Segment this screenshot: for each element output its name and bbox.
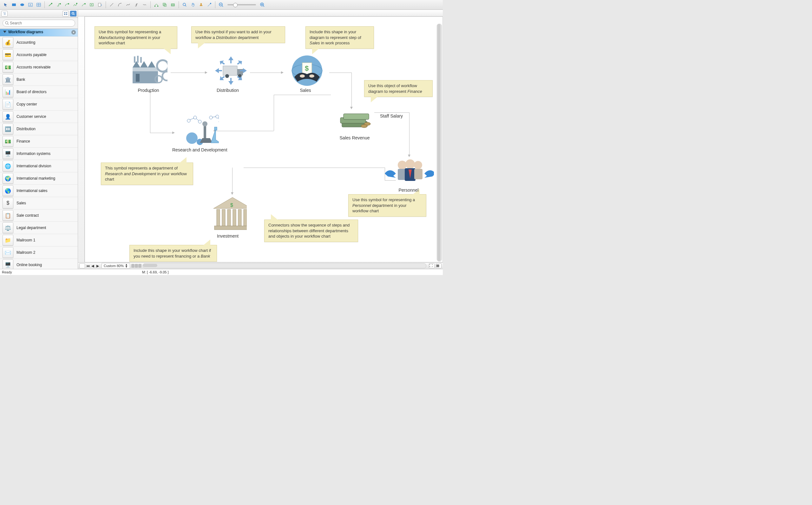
tool-rect[interactable] xyxy=(10,1,18,9)
node-sales[interactable]: $ Sales xyxy=(286,55,325,93)
category-label: Workflow diagrams xyxy=(8,30,43,34)
svg-rect-101 xyxy=(227,209,231,226)
zoom-in-button[interactable] xyxy=(258,1,266,9)
shape-item[interactable]: 🖥️Online booking xyxy=(0,259,78,269)
shape-item[interactable]: 👤Customer service xyxy=(0,111,78,123)
shape-list[interactable]: 💰Accounting💳Accounts payable💵Accounts re… xyxy=(0,36,78,269)
tool-arc[interactable] xyxy=(116,1,124,9)
zoom-slider[interactable] xyxy=(227,4,256,5)
sidebar-view-grid[interactable] xyxy=(63,11,69,16)
shape-item[interactable]: 📄Copy center xyxy=(0,98,78,111)
node-rnd[interactable]: Research and Development xyxy=(172,114,227,152)
shape-item[interactable]: ↔️Distribution xyxy=(0,123,78,135)
node-production[interactable]: Production xyxy=(129,55,167,93)
shape-label: Accounts payable xyxy=(16,52,46,57)
tool-edit-nodes-1[interactable] xyxy=(152,1,160,9)
shape-label: Sale contract xyxy=(16,213,39,218)
shape-item[interactable]: 📁Mailroom 1 xyxy=(0,234,78,246)
category-close-button[interactable]: × xyxy=(71,30,76,34)
tool-connector-2[interactable] xyxy=(55,1,63,9)
tool-pointer[interactable] xyxy=(2,1,9,9)
scrollbar-horizontal[interactable] xyxy=(143,263,426,268)
status-ready: Ready xyxy=(2,270,12,274)
node-investment[interactable]: $ Investment xyxy=(209,194,247,238)
shape-item[interactable]: 🏛️Bank xyxy=(0,73,78,86)
zoom-level-picker[interactable]: Custom 80%▲▼ xyxy=(102,263,130,269)
tool-connector-6[interactable] xyxy=(88,1,96,9)
connector xyxy=(385,168,385,180)
svg-line-15 xyxy=(110,3,113,6)
zoom-out-button[interactable] xyxy=(217,1,225,9)
tool-curve[interactable] xyxy=(124,1,132,9)
svg-rect-39 xyxy=(64,12,65,13)
tool-text[interactable]: A xyxy=(27,1,34,9)
svg-marker-93 xyxy=(409,169,412,178)
toolbar-separator xyxy=(106,1,106,8)
shape-label: Bank xyxy=(16,77,25,82)
tool-table[interactable] xyxy=(35,1,42,9)
nav-first-page[interactable]: ⏮ xyxy=(86,264,90,268)
connector xyxy=(374,113,409,113)
fit-page-button[interactable]: ⛶ xyxy=(429,263,435,268)
tool-stamp[interactable] xyxy=(197,1,205,9)
shape-item[interactable]: ⚖️Legal department xyxy=(0,222,78,234)
svg-point-61 xyxy=(225,74,229,78)
status-bar: Ready M: [ -6.69, -9.05 ] xyxy=(0,269,443,275)
tool-page-setup[interactable] xyxy=(96,1,104,9)
ruler-vertical xyxy=(78,16,85,262)
view-mode-toggle[interactable] xyxy=(131,264,141,268)
tool-connector-4[interactable] xyxy=(71,1,79,9)
shape-item[interactable]: ✉️Mailroom 2 xyxy=(0,246,78,259)
svg-point-79 xyxy=(187,119,190,122)
tool-ellipse[interactable] xyxy=(18,1,26,9)
shape-item[interactable]: 🌎International sales xyxy=(0,185,78,197)
svg-line-44 xyxy=(74,14,75,15)
svg-rect-76 xyxy=(204,126,206,138)
nav-next-page[interactable]: ▶ xyxy=(96,264,100,268)
tool-line[interactable] xyxy=(108,1,115,9)
node-distribution[interactable]: Distribution xyxy=(209,55,247,93)
tool-zoom[interactable] xyxy=(181,1,189,9)
arrow-icon xyxy=(149,90,151,93)
connector xyxy=(170,72,206,73)
shape-item[interactable]: 💰Accounting xyxy=(0,36,78,49)
shape-item[interactable]: 🖥️Information systems xyxy=(0,148,78,160)
scrollbar-vertical[interactable] xyxy=(437,24,442,262)
shape-label: Online booking xyxy=(16,263,42,267)
node-sales-revenue[interactable]: Sales Revenue xyxy=(336,109,374,140)
tool-edit-nodes-3[interactable] xyxy=(169,1,177,9)
disclosure-triangle-icon xyxy=(3,31,6,33)
tool-pan[interactable] xyxy=(189,1,197,9)
tool-eyedropper[interactable] xyxy=(206,1,213,9)
tool-edit-nodes-2[interactable] xyxy=(161,1,168,9)
shape-thumbnail-icon: 📋 xyxy=(3,210,13,221)
shape-item[interactable]: 🌍International marketing xyxy=(0,172,78,185)
shape-item[interactable]: 💵Finance xyxy=(0,135,78,148)
shape-thumbnail-icon: 🖥️ xyxy=(3,148,13,159)
tool-connector-3[interactable] xyxy=(63,1,71,9)
drawing-canvas[interactable]: Use this symbol for representing a Manuf… xyxy=(85,16,443,262)
shape-item[interactable]: $Sales xyxy=(0,197,78,209)
sidebar-view-tree[interactable] xyxy=(1,11,8,16)
shape-label: International sales xyxy=(16,188,47,193)
ruler-horizontal xyxy=(78,10,443,16)
tool-connector-1[interactable] xyxy=(46,1,54,9)
shape-item[interactable]: 📋Sale contract xyxy=(0,209,78,222)
sidebar-search-toggle[interactable] xyxy=(70,11,77,16)
tool-freehand[interactable] xyxy=(141,1,148,9)
nav-prev-page[interactable]: ◀ xyxy=(91,264,95,268)
shape-item[interactable]: 💵Accounts receivable xyxy=(0,61,78,73)
svg-rect-54 xyxy=(140,57,142,63)
svg-rect-17 xyxy=(157,6,158,7)
page-layout-button[interactable] xyxy=(79,263,85,268)
svg-point-73 xyxy=(361,125,367,128)
tool-connector-5[interactable] xyxy=(80,1,87,9)
shape-item[interactable]: 📊Board of directors xyxy=(0,86,78,98)
node-personnel[interactable]: Personnel xyxy=(383,156,434,193)
grid-toggle-button[interactable]: ▦ xyxy=(436,263,442,268)
tool-spline[interactable] xyxy=(133,1,140,9)
category-header[interactable]: Workflow diagrams × xyxy=(0,29,78,36)
shape-item[interactable]: 🌐International division xyxy=(0,160,78,172)
shape-item[interactable]: 💳Accounts payable xyxy=(0,49,78,61)
search-input[interactable] xyxy=(3,20,75,27)
